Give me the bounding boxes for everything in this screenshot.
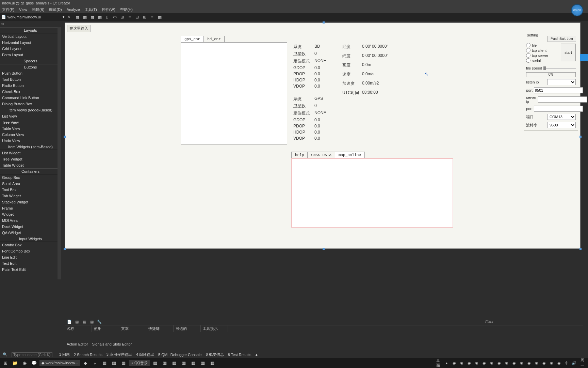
widget-item[interactable]: Grid Layout — [0, 46, 61, 52]
resize-handle[interactable] — [579, 248, 582, 250]
widget-item[interactable]: Font Combo Box — [0, 248, 61, 254]
server-ip-input[interactable] — [538, 96, 587, 103]
widget-item[interactable]: Table View — [0, 125, 61, 132]
chrome-icon[interactable]: ◉ — [20, 359, 29, 367]
widget-item[interactable]: Command Link Button — [0, 95, 61, 101]
col[interactable]: 使用 — [92, 325, 119, 332]
tray-icon[interactable]: ◉ — [511, 360, 517, 366]
widget-item[interactable]: Push Button — [0, 70, 61, 76]
app-icon[interactable]: ▦ — [208, 359, 216, 367]
tray-icon[interactable]: ▴ — [444, 360, 450, 366]
tab-gps-cnr[interactable]: gps_cnr — [181, 36, 204, 42]
widget-item[interactable]: Stacked Widget — [0, 199, 61, 205]
widget-category[interactable]: Spacers — [0, 58, 61, 64]
pane-summary[interactable]: 6 概要信息 — [206, 352, 224, 357]
widget-item[interactable]: Text Edit — [0, 260, 61, 266]
widget-item[interactable]: Tree View — [0, 119, 61, 125]
app-icon[interactable]: ▦ — [151, 359, 159, 367]
widget-item[interactable]: Group Box — [0, 174, 61, 181]
pushbutton-widget[interactable]: PushButton — [548, 36, 576, 42]
wechat-icon[interactable]: 💬 — [30, 359, 38, 367]
side-tab-icon[interactable] — [580, 54, 588, 61]
tray-icon[interactable]: 🔊 — [571, 360, 577, 366]
dropdown-icon[interactable]: ▾ — [63, 15, 65, 19]
tray-icon[interactable]: ◉ — [504, 360, 510, 366]
locator-input[interactable]: Type to locate (Ctrl+K) — [12, 352, 52, 357]
tool-icon-6[interactable]: ▭ — [112, 14, 117, 20]
menu-file[interactable]: 文件(F) — [2, 7, 14, 12]
tray-icon[interactable]: ◉ — [459, 360, 465, 366]
vscode-icon[interactable]: ⬨ — [91, 359, 99, 367]
action-icon[interactable]: ▦ — [74, 319, 80, 324]
widget-item[interactable]: QAxWidget — [0, 230, 61, 236]
resize-handle[interactable] — [323, 248, 325, 250]
desktop-label[interactable]: 桌面 — [436, 360, 442, 366]
widget-item[interactable]: Tool Box — [0, 187, 61, 193]
resize-handle[interactable] — [323, 21, 325, 24]
widget-item[interactable]: List Widget — [0, 150, 61, 156]
widget-item[interactable]: Table Widget — [0, 162, 61, 168]
tool-icon-5[interactable]: ▯ — [104, 14, 110, 20]
widget-item[interactable]: Tab Widget — [0, 193, 61, 199]
new-action-icon[interactable]: 📄 — [67, 319, 72, 324]
widget-filter[interactable]: er — [0, 21, 61, 27]
breadcrumb[interactable]: 在这里输入 — [67, 25, 91, 32]
action-icon[interactable]: ▦ — [82, 319, 87, 324]
tab-signals-slots[interactable]: Signals and Slots Editor — [92, 342, 132, 346]
tool-icon-11[interactable]: ≡ — [149, 14, 155, 20]
tool-icon-4[interactable]: ▦ — [97, 14, 102, 20]
col[interactable]: 名称 — [65, 325, 92, 332]
tool-icon-9[interactable]: ⊟ — [134, 14, 140, 20]
taskbar[interactable]: ⊞ 📁 ◉ 💬 ◆work/mainwindow... ◆ ⬨ ▦ ▦ ▦ ♪Q… — [0, 358, 588, 368]
pane-appout[interactable]: 3 应用程序输出 — [107, 352, 132, 357]
pane-issues[interactable]: 1 问题 — [59, 352, 70, 357]
widget-item[interactable]: Check Box — [0, 89, 61, 95]
menu-analyze[interactable]: Analyze — [67, 7, 80, 12]
listen-ip-combo[interactable] — [547, 79, 576, 85]
port2-input[interactable] — [534, 106, 583, 112]
radio-tcp-client[interactable] — [526, 48, 530, 52]
tool-icon-8[interactable]: ≡ — [127, 14, 132, 20]
widget-category[interactable]: Containers — [0, 168, 61, 174]
tool-icon-12[interactable]: ▦ — [157, 14, 162, 20]
widget-item[interactable]: Tool Button — [0, 76, 61, 82]
tray-icon[interactable]: ◉ — [489, 360, 495, 366]
tray-icon[interactable]: ◉ — [534, 360, 540, 366]
tray-icon[interactable]: ◉ — [541, 360, 547, 366]
widget-category[interactable]: Layouts — [0, 27, 61, 33]
tool-icon-3[interactable]: ▦ — [89, 14, 95, 20]
taskbar-app-qqmusic[interactable]: ♪QQ音乐 — [129, 360, 150, 366]
widget-box[interactable]: er LayoutsVertical LayoutHorizontal Layo… — [0, 21, 61, 279]
tool-icon-2[interactable]: ▦ — [82, 14, 87, 20]
widget-item[interactable]: Dock Widget — [0, 224, 61, 230]
pane-search[interactable]: 2 Search Results — [74, 353, 102, 357]
taskbar-clock[interactable]: 周一 — [581, 360, 587, 366]
tray-icon[interactable]: ◉ — [451, 360, 457, 366]
tab-gnss-data[interactable]: GNSS DATA — [307, 152, 335, 158]
pane-qml[interactable]: 5 QML Debugger Console — [158, 353, 201, 357]
menu-help[interactable]: 帮助(H) — [120, 7, 133, 12]
widget-item[interactable]: Widget — [0, 211, 61, 217]
start-button[interactable]: start — [561, 44, 576, 61]
tray-icon[interactable]: ◉ — [526, 360, 532, 366]
resize-handle[interactable] — [64, 136, 66, 138]
tray-icon[interactable]: 中 — [564, 360, 570, 366]
tab-bd-cnr[interactable]: bd_cnr — [203, 36, 225, 42]
widget-item[interactable]: Dialog Button Box — [0, 101, 61, 107]
recording-timer[interactable]: 00:00 — [571, 4, 583, 16]
app-icon[interactable]: ▦ — [119, 359, 128, 367]
widget-item[interactable]: Plain Text Edit — [0, 266, 61, 273]
widget-category[interactable]: Item Widgets (Item-Based) — [0, 144, 61, 150]
app-icon[interactable]: ◆ — [81, 359, 89, 367]
tab-widget-bottom[interactable]: help GNSS DATA map_online — [291, 152, 453, 228]
widget-item[interactable]: Horizontal Layout — [0, 40, 61, 46]
designer-canvas[interactable]: 在这里输入 gps_cnr bd_cnr 系统BD 卫星数0 定位模式NONE … — [61, 21, 584, 279]
pane-toggle-icon[interactable]: ▴ — [256, 352, 258, 357]
file-speed-slider[interactable] — [543, 68, 576, 69]
menu-bar[interactable]: 文件(F) View 构建(B) 调试(D) Analyze 工具(T) 控件(… — [0, 6, 588, 13]
col[interactable]: 可选的 — [174, 325, 201, 332]
com-port-combo[interactable]: COM13 — [547, 114, 576, 120]
port1-input[interactable] — [534, 87, 583, 93]
tab-help[interactable]: help — [291, 152, 308, 158]
action-editor-panel[interactable]: 📄 ▦ ▦ ▦ 🔧 Filter 名称 使用 文本 快捷键 可选的 工具提示 A… — [65, 318, 583, 346]
